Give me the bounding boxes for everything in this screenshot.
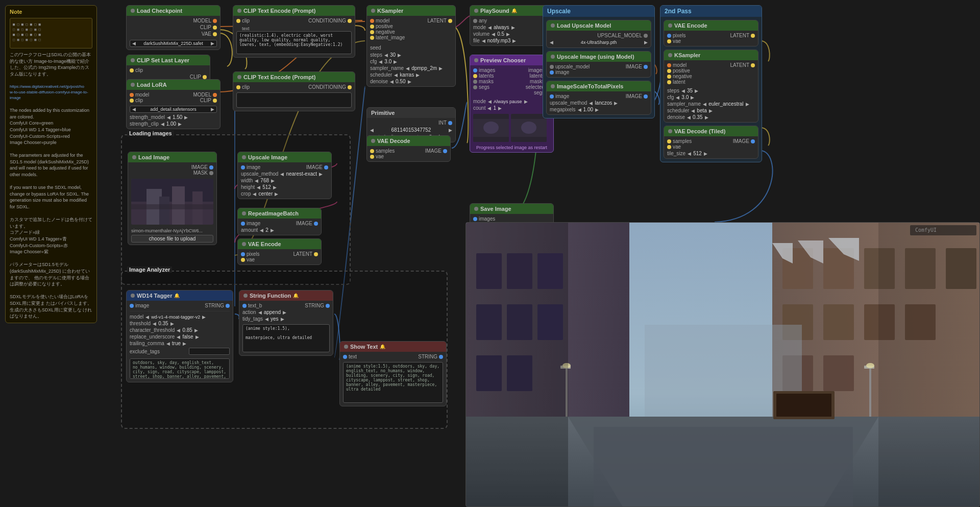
mode-row[interactable]: mode ◀ always ▶ — [473, 25, 548, 30]
sampler-slider[interactable]: sampler_name ◀ dpmpp_2m ▶ — [370, 65, 452, 71]
image-input-ist: image — [550, 93, 569, 99]
choose-file-button[interactable]: choose file to upload — [131, 235, 213, 243]
clip-set-dot — [131, 58, 135, 62]
lora-name-value[interactable]: ◀ add_detail.safetensors ▶ — [130, 106, 217, 113]
tidy-tags-row[interactable]: tidy_tags ◀ yes ▶ — [242, 316, 330, 322]
playsound-node: PlaySound 🔔 any mode ◀ always ▶ volume ◀… — [470, 5, 551, 46]
note-text: このワークフローはSDXLの公開の基本的な使い方 Image-to-Image機… — [10, 52, 92, 320]
megapixels-row[interactable]: megapixels ◀ 1.00 ▶ — [550, 107, 648, 112]
svg-text:■ □ ■ □ ■ □ ■: ■ □ ■ □ ■ □ ■ — [13, 33, 41, 37]
count-chooser-row[interactable]: count ◀ 1 ▶ — [473, 105, 550, 111]
exclude-tags-row[interactable]: exclude_tags — [130, 347, 230, 355]
model-name-row[interactable]: ◀ 4x-UltraSharp.pth ▶ — [550, 39, 648, 45]
upscale-image-model-node: Upscale Image (using Model) upscale_mode… — [546, 51, 651, 78]
primitive-value-row[interactable]: ◀ 68114015347752 ▶ — [370, 127, 452, 133]
preview-thumb-1[interactable] — [473, 114, 509, 142]
trailing-comma-row[interactable]: trailing_comma ◀ true ▶ — [130, 341, 230, 346]
strength-model-slider[interactable]: strength_model ◀ 1.50 ▶ — [130, 114, 217, 120]
repeat-image-batch-node: RepeatImageBatch image IMAGE amount ◀ 2 … — [237, 208, 322, 235]
image-filename-row: simon-mumenthaler-NyAjYbCW6... — [131, 228, 213, 234]
cfg-slider[interactable]: cfg ◀ 3.0 ▶ — [370, 59, 452, 64]
image-input-uil: image — [241, 164, 260, 170]
wd14-tagger-header: WD14 Tagger 🔔 — [127, 291, 233, 301]
svg-text:□ ■ □ ■ □ ■ □: □ ■ □ ■ □ ■ □ — [13, 28, 41, 32]
image-scale-total-node: ImageScaleToTotalPixels image IMAGE upsc… — [546, 81, 651, 115]
steps-slider[interactable]: steps ◀ 30 ▶ — [370, 52, 452, 58]
upscale-section: Upscale Load Upscale Model UPSCALE_MODEL… — [543, 5, 655, 118]
denoise-slider[interactable]: denoise ◀ 0.50 ▶ — [370, 79, 452, 84]
model-output-port: MODEL — [130, 18, 217, 23]
clip-text-encode-negative-header: CLIP Text Encode (Prompt) — [233, 72, 355, 82]
string-function-header: String Function 🔔 — [239, 291, 333, 301]
primitive-header: Primitive — [367, 108, 455, 118]
latents-input: latents — [473, 73, 495, 79]
threshold-wd-row[interactable]: threshold ◀ 0.35 ▶ — [130, 321, 230, 326]
strength-clip-slider[interactable]: strength_clip ◀ 1.00 ▶ — [130, 121, 217, 127]
svg-rect-16 — [159, 197, 169, 225]
volume-row[interactable]: volume ◀ 0.5 ▶ — [473, 31, 548, 37]
upscale-header: Upscale — [543, 6, 654, 17]
text-b-input-sf: text_b — [242, 303, 262, 308]
ksampler-header: KSampler — [367, 6, 455, 16]
svg-rect-41 — [823, 355, 854, 391]
steps-k2-slider[interactable]: steps ◀ 35 ▶ — [667, 88, 755, 93]
upscale-method-row[interactable]: upscale_method ◀ lanczos ▶ — [550, 100, 648, 106]
upscale-method-uil-row[interactable]: upscale_method ◀ nearest-exact ▶ — [241, 171, 328, 177]
mode-chooser-row[interactable]: mode ◀ Always pause ▶ — [473, 99, 550, 104]
image-analyzer-label: Image Analyzer — [127, 267, 172, 273]
replace-underscore-row[interactable]: replace_underscore ◀ false ▶ — [130, 334, 230, 340]
second-pass-section: 2nd Pass VAE Encode pixels vae LATENT — [660, 5, 762, 162]
show-text-node: Show Text 🔔 text STRING (anime style:1.5… — [339, 341, 447, 406]
load-checkpoint-header: Load Checkpoint — [127, 6, 220, 16]
crop-uil-row[interactable]: crop ◀ center ▶ — [241, 191, 328, 197]
playsound-header: PlaySound 🔔 — [470, 6, 551, 16]
tile-size-slider[interactable]: tile_size ◀ 512 ▶ — [667, 151, 755, 156]
svg-rect-55 — [466, 223, 568, 507]
string-output-sf: STRING — [305, 303, 330, 308]
string-output-st: STRING — [418, 354, 443, 359]
sched-k2-slider[interactable]: scheduler ◀ beta ▶ — [667, 108, 755, 113]
upscale-image-model-header: Upscale Image (using Model) — [547, 52, 651, 62]
vae-decode-tiled-node: VAE Decode (Tiled) samples vae IMAGE til… — [664, 126, 758, 159]
latent-output-veli: LATENT — [293, 251, 318, 257]
file-row[interactable]: file ◀ notify.mp3 ▶ — [473, 38, 548, 43]
height-uil-row[interactable]: height ◀ 512 ▶ — [241, 184, 328, 190]
segs-input: segs — [473, 84, 495, 90]
show-text-header: Show Text 🔔 — [340, 342, 446, 352]
sampler-k2-slider[interactable]: sampler_name ◀ euler_ancestral ▶ — [667, 101, 755, 107]
latent-output-k: LATENT — [427, 18, 452, 23]
model-output-port2: MODEL — [193, 92, 217, 98]
ksampler-2nd-header: KSampler — [664, 50, 758, 60]
cfg-k2-slider[interactable]: cfg ◀ 3.0 ▶ — [667, 94, 755, 100]
scheduler-slider[interactable]: scheduler ◀ karras ▶ — [370, 72, 452, 78]
width-uil-row[interactable]: width ◀ 768 ▶ — [241, 178, 328, 183]
upscale-model-output: UPSCALE_MODEL — [550, 33, 648, 38]
char-threshold-wd-row[interactable]: character_threshold ◀ 0.85 ▶ — [130, 327, 230, 333]
positive-prompt-text[interactable]: (realistic:1.4), electric cable, worst q… — [236, 31, 352, 54]
clip-input-positive: clip — [236, 18, 250, 23]
ckpt-name-value[interactable]: ◀ darkSushiMixMix_225D.safet ▶ — [130, 40, 217, 47]
note-image: ■ □ ■ □ ■ □ ■ □ ■ □ ■ □ ■ □ ■ □ ■ □ ■ □ … — [10, 18, 92, 49]
svg-point-10 — [521, 122, 536, 134]
image-output-ist: IMAGE — [626, 93, 648, 99]
negative-prompt-text[interactable] — [236, 92, 352, 108]
second-pass-header: 2nd Pass — [660, 6, 762, 17]
preview-thumb-2[interactable] — [511, 114, 547, 142]
denoise-k2-slider[interactable]: denoise ◀ 0.35 ▶ — [667, 114, 755, 120]
vae-decode-tiled-header: VAE Decode (Tiled) — [664, 126, 758, 136]
pixels-input-veli: pixels — [241, 251, 260, 257]
load-lora-header: Load LoRA — [127, 80, 220, 90]
vae-encode-li-header: VAE Encode — [238, 239, 321, 249]
load-upscale-model-header: Load Upscale Model — [547, 20, 651, 31]
string-function-input-text[interactable]: (anime style:1.5), masterpiece, ultra de… — [242, 324, 330, 352]
exclude-tags-input[interactable] — [189, 348, 230, 355]
action-sf-row[interactable]: action ◀ append ▶ — [242, 309, 330, 315]
image-input-upm: image — [550, 69, 590, 75]
svg-point-7 — [483, 122, 499, 134]
model-wd-row[interactable]: model ◀ wd-v1-4-moat-tagger-v2 ▶ — [130, 314, 230, 320]
preview-chooser-node: Preview Chooser images latents masks seg… — [470, 55, 554, 153]
amount-rib-row[interactable]: amount ◀ 2 ▶ — [241, 227, 318, 233]
load-checkpoint-node: Load Checkpoint MODEL CLIP VAE ◀ darkSus… — [126, 5, 220, 50]
conditioning-output-negative: CONDITIONING — [308, 84, 352, 90]
vae-output-port: VAE — [130, 31, 217, 37]
